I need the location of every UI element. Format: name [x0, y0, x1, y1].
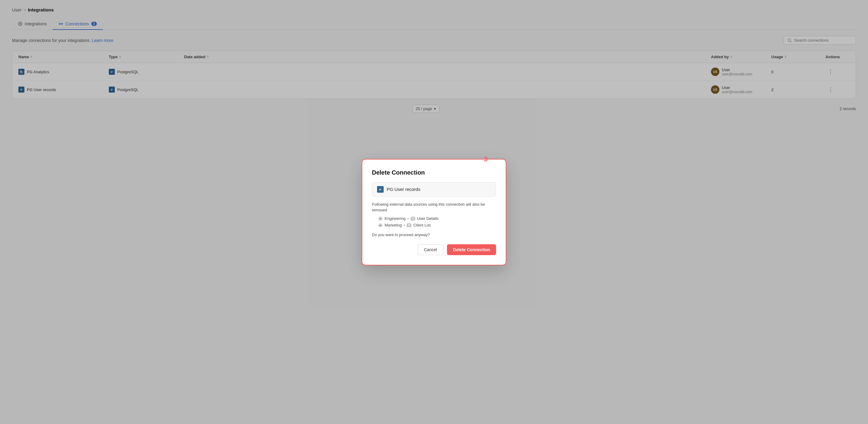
workspace-icon-2: W: [378, 223, 383, 228]
page-wrapper: User > Integrations Integrations Connect…: [0, 0, 868, 424]
step-badge: 3: [484, 155, 488, 163]
modal-postgres-icon: P: [377, 186, 384, 193]
affected-list: W Engineering › User Details W: [378, 216, 496, 228]
connection-name-text: PG User records: [387, 187, 421, 192]
delete-connection-button[interactable]: Delete Connection: [447, 244, 496, 255]
delete-connection-modal: 3 Delete Connection P PG User records Fo…: [362, 159, 506, 265]
svg-rect-18: [411, 217, 415, 220]
modal-actions: Cancel Delete Connection: [372, 244, 496, 255]
svg-text:P: P: [379, 188, 381, 191]
proceed-text: Do you want to proceed anyway?: [372, 233, 496, 237]
modal-overlay: 3 Delete Connection P PG User records Fo…: [0, 0, 868, 424]
svg-text:W: W: [379, 224, 381, 227]
svg-rect-23: [407, 224, 411, 227]
modal-title: Delete Connection: [372, 169, 496, 176]
warning-text: Following external data sources using th…: [372, 202, 496, 213]
affected-item-1: W Engineering › User Details: [378, 216, 496, 221]
affected-item-2: W Marketing › Client List: [378, 223, 496, 228]
table-icon-1: [410, 216, 415, 221]
cancel-button[interactable]: Cancel: [418, 244, 444, 255]
table-icon-2: [407, 223, 411, 228]
svg-text:W: W: [379, 217, 381, 220]
workspace-icon-1: W: [378, 216, 383, 221]
connection-name-box: P PG User records: [372, 182, 496, 196]
